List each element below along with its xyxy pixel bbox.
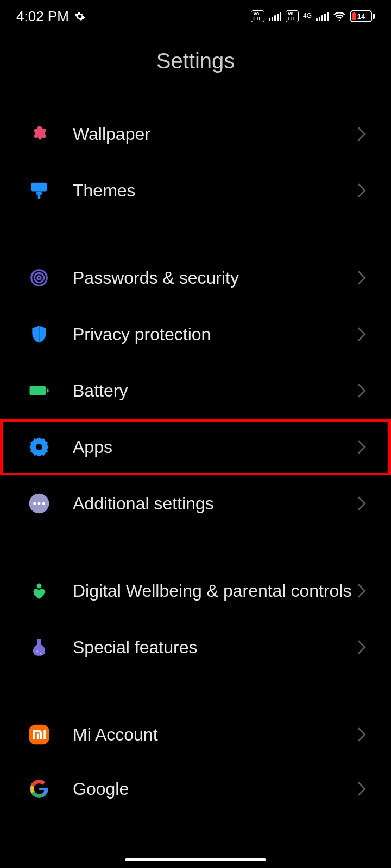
flower-icon <box>27 122 51 146</box>
item-themes[interactable]: Themes <box>0 162 391 219</box>
flask-icon <box>27 635 51 659</box>
svg-point-10 <box>36 444 42 450</box>
brush-icon <box>27 178 51 202</box>
signal-icon <box>269 11 281 21</box>
chevron-right-icon <box>352 384 365 397</box>
dots-icon <box>27 492 51 515</box>
fingerprint-icon <box>27 266 51 290</box>
item-label: Digital Wellbeing & parental controls <box>73 580 354 602</box>
chevron-right-icon <box>352 640 365 654</box>
chevron-right-icon <box>352 271 365 284</box>
svg-point-7 <box>37 276 41 279</box>
divider <box>27 691 364 691</box>
item-label: Battery <box>73 380 354 401</box>
item-miaccount[interactable]: Mi Account <box>0 706 391 763</box>
mi-logo-icon <box>27 723 51 746</box>
chevron-right-icon <box>352 327 365 341</box>
item-label: Wallpaper <box>73 123 354 145</box>
wifi-icon <box>333 10 346 23</box>
status-left: 4:02 PM <box>16 8 85 25</box>
network-label: 4G <box>303 12 312 19</box>
svg-point-12 <box>33 502 36 505</box>
item-label: Mi Account <box>73 724 354 745</box>
item-additional[interactable]: Additional settings <box>0 475 391 532</box>
battery-icon <box>27 379 51 403</box>
svg-rect-4 <box>38 195 41 199</box>
svg-rect-9 <box>47 389 49 393</box>
item-google[interactable]: Google <box>0 763 391 801</box>
divider <box>27 234 364 234</box>
item-privacy[interactable]: Privacy protection <box>0 306 391 362</box>
chevron-right-icon <box>352 183 365 197</box>
chevron-right-icon <box>352 127 365 141</box>
volte-icon-2: VoLTE <box>286 10 299 22</box>
item-label: Passwords & security <box>73 267 354 289</box>
divider <box>27 547 364 547</box>
settings-list: Wallpaper Themes Passwords & security Pr… <box>0 106 391 801</box>
status-time: 4:02 PM <box>16 8 69 25</box>
volte-icon: VoLTE <box>251 10 264 22</box>
svg-rect-3 <box>36 192 42 195</box>
svg-rect-8 <box>30 386 46 395</box>
svg-rect-2 <box>31 183 47 192</box>
status-bar: 4:02 PM VoLTE VoLTE 4G 14 <box>0 0 391 33</box>
item-label: Privacy protection <box>73 323 354 345</box>
item-label: Special features <box>73 636 354 658</box>
person-heart-icon <box>27 579 51 603</box>
svg-point-1 <box>39 127 42 130</box>
chevron-right-icon <box>352 727 365 741</box>
home-indicator[interactable] <box>125 858 266 861</box>
item-wallpaper[interactable]: Wallpaper <box>0 106 391 162</box>
svg-point-14 <box>42 502 45 505</box>
item-label: Google <box>73 778 354 800</box>
svg-point-18 <box>40 653 42 654</box>
item-passwords[interactable]: Passwords & security <box>0 250 391 306</box>
svg-point-17 <box>36 650 38 652</box>
svg-rect-20 <box>37 733 39 739</box>
google-logo-icon <box>27 777 51 801</box>
item-special[interactable]: Special features <box>0 619 391 675</box>
status-right: VoLTE VoLTE 4G 14 <box>251 10 375 23</box>
svg-point-6 <box>34 273 43 282</box>
battery-level: 14 <box>351 12 371 21</box>
chevron-right-icon <box>352 584 365 597</box>
svg-point-15 <box>37 584 42 589</box>
svg-point-0 <box>339 20 340 21</box>
signal-icon-2 <box>316 11 329 21</box>
svg-point-13 <box>38 502 41 505</box>
shield-icon <box>27 322 51 346</box>
battery-icon: 14 <box>350 10 375 22</box>
page-title: Settings <box>0 33 391 106</box>
item-wellbeing[interactable]: Digital Wellbeing & parental controls <box>0 563 391 619</box>
item-apps[interactable]: Apps <box>0 419 391 475</box>
svg-rect-16 <box>37 639 41 642</box>
chevron-right-icon <box>352 440 365 454</box>
chevron-right-icon <box>352 496 365 510</box>
gear-icon <box>74 11 85 22</box>
item-label: Apps <box>73 436 354 458</box>
item-battery[interactable]: Battery <box>0 362 391 419</box>
chevron-right-icon <box>352 782 365 795</box>
item-label: Themes <box>73 180 354 201</box>
item-label: Additional settings <box>73 493 354 514</box>
gear-icon <box>27 435 51 459</box>
